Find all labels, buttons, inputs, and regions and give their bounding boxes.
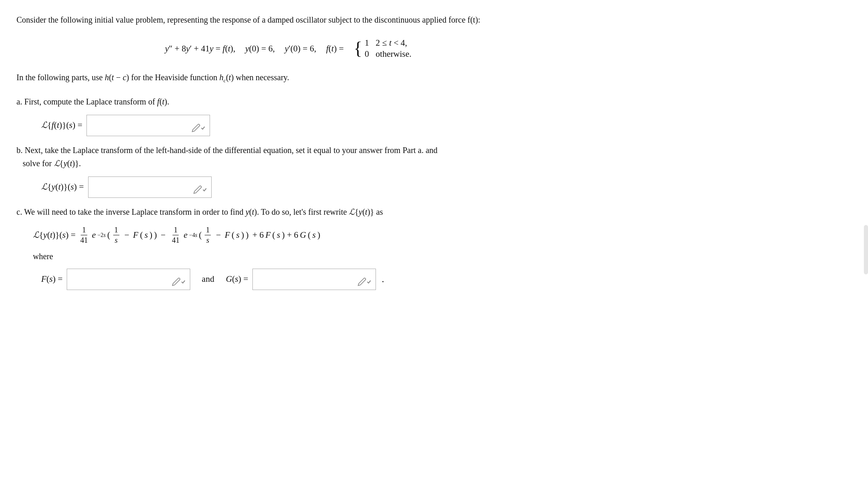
gs-block: G(s) = . bbox=[226, 269, 384, 290]
piecewise-cond-2: otherwise. bbox=[376, 49, 411, 59]
piecewise-row-2: 0 otherwise. bbox=[365, 49, 411, 59]
gs-input-box[interactable] bbox=[252, 269, 376, 290]
part-b: b. Next, take the Laplace transform of t… bbox=[16, 144, 560, 198]
pencil-svg-a bbox=[191, 123, 201, 132]
frac-1-s-first: 1 s bbox=[113, 225, 119, 245]
initial-condition-2: y′(0) = 6, bbox=[285, 44, 316, 54]
part-a-answer-row: ℒ{f(t)}(s) = bbox=[41, 115, 560, 136]
part-c-formula-rhs: 1 41 e−2s ( 1 s − F(s) ) − 1 41 e−4s ( 1 bbox=[78, 225, 320, 245]
gs-pencil-icon bbox=[357, 277, 371, 286]
and-label: and bbox=[202, 274, 214, 284]
paren-open-1: ( bbox=[107, 226, 110, 244]
gs-lhs: G(s) = bbox=[226, 274, 248, 284]
piecewise-function: { 1 2 ≤ t < 4, 0 otherwise. bbox=[354, 38, 412, 59]
piecewise-val-1: 1 bbox=[365, 38, 369, 48]
part-b-label: b. Next, take the Laplace transform of t… bbox=[16, 144, 560, 170]
check-svg-a bbox=[201, 125, 205, 130]
piecewise-cond-1: 2 ≤ t < 4, bbox=[376, 38, 407, 48]
piecewise-brace-symbol: { bbox=[354, 39, 362, 58]
part-c-label: c. We will need to take the inverse Lapl… bbox=[16, 205, 560, 218]
part-b-input-box[interactable] bbox=[88, 176, 212, 198]
piecewise-val-2: 0 bbox=[365, 49, 369, 59]
part-a-lhs: ℒ{f(t)}(s) = bbox=[41, 120, 82, 130]
part-c-formula: ℒ{y(t)}(s) = 1 41 e−2s ( 1 s − F(s) ) − … bbox=[33, 225, 560, 245]
ode-equation: y″ + 8y′ + 41y = f(t), bbox=[165, 44, 236, 54]
part-c: c. We will need to take the inverse Lapl… bbox=[16, 205, 560, 290]
fs-gs-row: F(s) = and G(s) = bbox=[41, 269, 560, 290]
pencil-svg-gs bbox=[357, 277, 366, 286]
ft-label: f(t) = bbox=[326, 44, 344, 54]
fs-block: F(s) = bbox=[41, 269, 190, 290]
paren-close-1: ) bbox=[154, 226, 157, 244]
check-svg-b bbox=[202, 187, 207, 192]
fs-pencil-icon bbox=[172, 277, 186, 286]
part-a-input-box[interactable] bbox=[86, 115, 210, 136]
main-equation-block: y″ + 8y′ + 41y = f(t), y(0) = 6, y′(0) =… bbox=[16, 38, 560, 59]
part-c-formula-lhs: ℒ{y(t)}(s) = bbox=[33, 226, 78, 244]
part-a: a. First, compute the Laplace transform … bbox=[16, 95, 560, 136]
part-b-lhs: ℒ{y(t)}(s) = bbox=[41, 182, 84, 192]
initial-condition-1: y(0) = 6, bbox=[245, 44, 275, 54]
paren-open-2: ( bbox=[199, 226, 202, 244]
fs-lhs: F(s) = bbox=[41, 274, 63, 284]
heaviside-note: In the following parts, use h(t − c) for… bbox=[16, 71, 560, 85]
piecewise-row-1: 1 2 ≤ t < 4, bbox=[365, 38, 411, 48]
part-a-pencil-icon bbox=[191, 123, 205, 132]
where-label: where bbox=[33, 252, 560, 261]
frac-1-s-second: 1 s bbox=[205, 225, 211, 245]
check-svg-fs bbox=[181, 279, 186, 284]
piecewise-rows: 1 2 ≤ t < 4, 0 otherwise. bbox=[365, 38, 411, 59]
intro-paragraph: Consider the following initial value pro… bbox=[16, 13, 560, 26]
frac-1-41-second: 1 41 bbox=[170, 225, 180, 245]
check-svg-gs bbox=[366, 279, 371, 284]
part-b-pencil-icon bbox=[193, 185, 207, 194]
fs-input-box[interactable] bbox=[67, 269, 190, 290]
part-a-label: a. First, compute the Laplace transform … bbox=[16, 95, 560, 108]
frac-1-41-first: 1 41 bbox=[79, 225, 89, 245]
pencil-svg-fs bbox=[172, 277, 181, 286]
period: . bbox=[382, 274, 384, 285]
part-b-answer-row: ℒ{y(t)}(s) = bbox=[41, 176, 560, 198]
pencil-svg-b bbox=[193, 185, 202, 194]
paren-close-2: ) bbox=[246, 226, 249, 244]
